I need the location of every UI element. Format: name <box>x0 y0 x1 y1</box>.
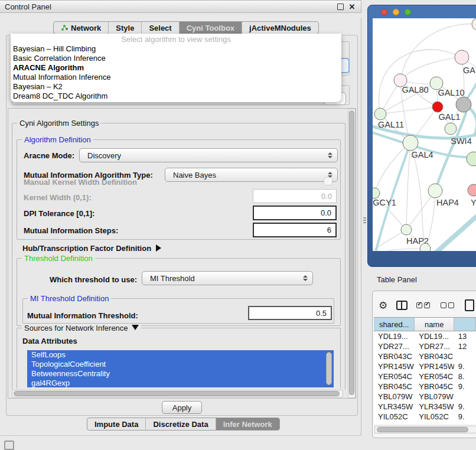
network-edge[interactable] <box>400 57 462 80</box>
network-node-label: GAL11 <box>378 120 404 129</box>
table-cell: YBR043C <box>374 351 415 361</box>
float-panel-icon[interactable] <box>336 2 344 11</box>
manual-kernel-width-checkbox[interactable] <box>324 177 332 185</box>
table-row[interactable]: YBR043CYBR043C <box>374 351 476 361</box>
table-cell: 12 <box>454 341 476 351</box>
network-node-label: GAL10 <box>438 88 464 97</box>
network-node-gal1[interactable] <box>432 102 443 112</box>
dpi-tolerance-value: 0.0 <box>321 208 331 217</box>
table-row[interactable]: YPR145WYPR145W9. <box>374 361 476 371</box>
network-edge[interactable] <box>380 107 438 114</box>
close-panel-icon[interactable]: ✕ <box>348 2 356 11</box>
deselect-all-checks-icon[interactable] <box>441 302 456 308</box>
algorithm-option[interactable]: ARACNE Algorithm <box>11 63 341 73</box>
tab-discretize-data[interactable]: Discretize Data <box>146 418 216 430</box>
tab-select[interactable]: Select <box>142 22 179 34</box>
table-row[interactable]: YER054CYER054C8. <box>374 371 476 381</box>
data-attribute-item[interactable]: TopologicalCoefficient <box>27 360 334 369</box>
algorithm-option[interactable]: Dream8 DC_TDC Algorithm <box>11 92 341 101</box>
tab-style[interactable]: Style <box>109 22 142 34</box>
mi-steps-value: 6 <box>327 226 331 234</box>
window-zoom-button[interactable] <box>405 9 411 15</box>
kernel-width-value: 0.0 <box>321 192 332 201</box>
network-node-hap4[interactable] <box>428 184 442 198</box>
table-cell: YPR145W <box>415 361 454 371</box>
which-threshold-combo[interactable]: MI Threshold <box>142 271 313 285</box>
network-node-gal4[interactable] <box>403 135 418 151</box>
data-attribute-item[interactable]: SelfLoops <box>27 350 334 360</box>
mi-threshold-field[interactable]: 0.5 <box>248 306 332 320</box>
window-minimize-button[interactable] <box>393 9 399 15</box>
table-row[interactable]: YBR045CYBR045C9. <box>374 381 476 392</box>
table-horizontal-scrollbar[interactable] <box>374 426 476 433</box>
tab-impute-data[interactable]: Impute Data <box>87 418 146 430</box>
mi-threshold-value: 0.5 <box>316 309 327 318</box>
settings-vertical-scrollbar[interactable] <box>348 109 356 398</box>
mi-threshold-definition-title: MI Threshold Definition <box>28 294 111 303</box>
network-edge-thick[interactable] <box>466 83 476 100</box>
network-node[interactable] <box>456 97 471 112</box>
data-attributes-list[interactable]: SelfLoopsTopologicalCoefficientBetweenne… <box>27 350 334 387</box>
table-row[interactable]: YDL19...YDL19...13 <box>374 331 476 341</box>
tab-jactivemnodules[interactable]: jActiveMNodules <box>242 22 318 34</box>
tab-cyni-toolbox[interactable]: Cyni Toolbox <box>180 22 242 34</box>
column-header-shared...[interactable]: shared... <box>374 318 415 331</box>
network-node-gcy1[interactable] <box>373 188 380 198</box>
split-view-icon[interactable] <box>396 301 407 310</box>
network-view-window: GALGAL80GAL10GAL1GAL11SWI4GAL4GCY1HAP4YH… <box>367 5 476 267</box>
network-edge-thick[interactable] <box>436 213 476 251</box>
apply-button[interactable]: Apply <box>162 401 202 414</box>
algorithm-option[interactable]: Bayesian – K2 <box>11 82 341 92</box>
gear-icon[interactable]: ⚙ <box>379 299 387 312</box>
network-node-hap2[interactable] <box>401 224 412 235</box>
table-cell: YLR345W <box>374 402 415 412</box>
tab-network[interactable]: Network <box>54 22 109 34</box>
table-row[interactable]: YIL052CYIL052C9. <box>374 412 476 422</box>
table-row[interactable]: YBL079WYBL079W <box>374 392 476 402</box>
attr-list-scrollbar-thumb[interactable] <box>326 352 332 385</box>
hub-definition-toggle[interactable]: Hub/Transcription Factor Definition <box>22 244 161 253</box>
algorithm-option[interactable]: Bayesian – Hill Climbing <box>11 44 341 54</box>
network-node[interactable] <box>420 243 431 251</box>
table-cell: 9. <box>454 402 476 412</box>
network-node-gal11[interactable] <box>374 108 386 120</box>
algorithm-option[interactable]: Basic Correlation Inference <box>11 54 341 63</box>
network-node[interactable] <box>472 18 476 30</box>
network-canvas[interactable]: GALGAL80GAL10GAL1GAL11SWI4GAL4GCY1HAP4YH… <box>373 18 476 251</box>
expanded-arrow-icon <box>132 325 139 330</box>
dpi-tolerance-field[interactable]: 0.0 <box>253 206 337 220</box>
minimized-panel-icon[interactable] <box>4 441 14 450</box>
network-node-gal[interactable] <box>455 50 469 64</box>
table-cell: YIL052C <box>374 412 415 422</box>
data-attribute-item[interactable]: BetweennessCentrality <box>27 369 334 379</box>
kernel-width-label: Kernel Width (0,1): <box>24 193 92 202</box>
splitpane-grip[interactable] <box>363 217 366 224</box>
data-attribute-item[interactable]: gal4RGexp <box>27 379 334 387</box>
tab-infer-network[interactable]: Infer Network <box>216 418 279 430</box>
network-node-y[interactable] <box>468 184 476 196</box>
network-node[interactable] <box>467 152 476 166</box>
network-node-label: SWI4 <box>451 136 471 146</box>
table-row[interactable]: YLR345WYLR345W9. <box>374 402 476 412</box>
aracne-mode-combo[interactable]: Discovery <box>79 148 338 162</box>
window-close-button[interactable] <box>381 9 387 15</box>
document-icon[interactable] <box>465 299 474 311</box>
network-edge[interactable] <box>379 50 462 114</box>
network-edge[interactable] <box>374 143 410 193</box>
settings-horizontal-scrollbar[interactable] <box>12 390 343 397</box>
column-header-cut[interactable] <box>454 318 476 331</box>
table-row[interactable]: YDR27...YDR27...12 <box>374 341 476 351</box>
network-edge[interactable] <box>373 249 425 251</box>
select-all-checks-icon[interactable] <box>416 302 432 308</box>
algorithm-option[interactable]: Mutual Information Inference <box>11 73 341 82</box>
column-header-name[interactable]: name <box>415 318 454 331</box>
network-node-swi4[interactable] <box>445 123 457 135</box>
mi-algorithm-type-combo[interactable]: Naive Bayes <box>165 168 338 182</box>
kernel-width-field[interactable]: 0.0 <box>253 189 337 203</box>
mi-steps-field[interactable]: 6 <box>253 223 337 237</box>
mi-algorithm-type-value: Naive Bayes <box>173 171 216 180</box>
sources-title[interactable]: Sources for Network Inference <box>22 324 141 332</box>
table-cell: YIL052C <box>415 412 454 422</box>
table-cell: 9. <box>454 412 476 422</box>
table-cell: YDL19... <box>374 331 415 341</box>
